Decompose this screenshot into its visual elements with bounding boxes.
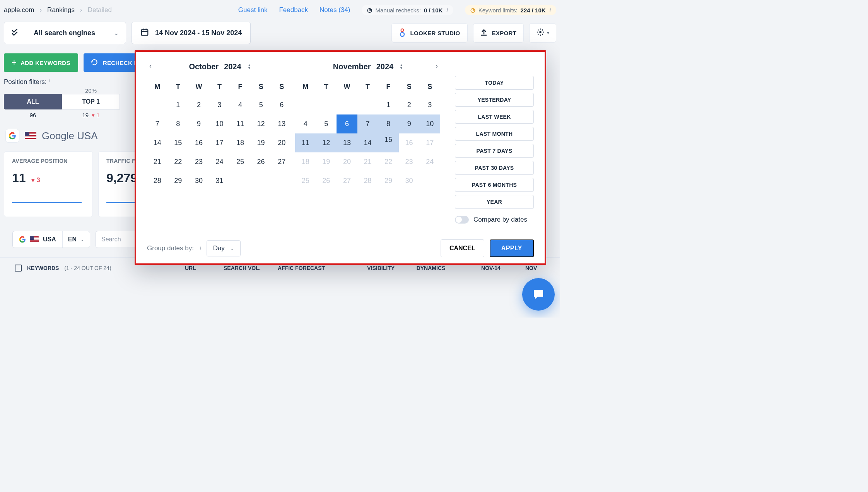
calendar-day-range-start[interactable]: 6 (337, 114, 357, 133)
manual-rechecks-pill[interactable]: ◔ Manual rechecks: 0 / 10K i (362, 5, 453, 15)
calendar-day-disabled: 19 (316, 152, 337, 171)
calendar-day-in-range[interactable]: 10 (419, 114, 440, 133)
col-dynamics[interactable]: DYNAMICS (400, 265, 462, 271)
date-range-button[interactable]: 14 Nov 2024 - 15 Nov 2024 (132, 22, 251, 44)
notes-link[interactable]: Notes (34) (320, 6, 350, 14)
calendar-day[interactable]: 6 (271, 96, 292, 114)
calendar-day-in-range[interactable]: 14 (357, 133, 378, 152)
filter-tab-all[interactable]: ALL 96 (4, 87, 62, 121)
calendar-day[interactable]: 28 (147, 171, 168, 190)
calendar-day[interactable]: 11 (230, 114, 251, 133)
export-button[interactable]: EXPORT (473, 23, 524, 43)
feedback-link[interactable]: Feedback (279, 6, 308, 14)
calendar-day[interactable]: 2 (188, 96, 209, 114)
preset-last-month[interactable]: LAST MONTH (455, 127, 534, 141)
dow: T (168, 78, 189, 96)
preset-yesterday[interactable]: YESTERDAY (455, 93, 534, 107)
search-engine-select[interactable]: All search engines ⌄ (4, 22, 126, 44)
calendar-day[interactable]: 26 (251, 152, 272, 171)
add-keywords-button[interactable]: + ADD KEYWORDS (4, 53, 78, 72)
calendar-day-in-range[interactable]: 9 (399, 114, 420, 133)
month-name[interactable]: November (333, 62, 371, 71)
apply-button[interactable]: APPLY (490, 239, 534, 257)
preset-last-week[interactable]: LAST WEEK (455, 110, 534, 124)
year-spinner-icon[interactable]: ▴▾ (400, 63, 402, 70)
gauge-icon: ◔ (470, 7, 475, 14)
col-nov14[interactable]: NOV-14 (462, 265, 520, 271)
calendar-day[interactable]: 29 (168, 171, 189, 190)
calendar-day[interactable]: 5 (316, 114, 337, 133)
guest-link[interactable]: Guest link (238, 6, 268, 14)
cancel-button[interactable]: CANCEL (441, 239, 484, 257)
calendar-day[interactable]: 14 (147, 133, 168, 152)
calendar-day[interactable]: 7 (147, 114, 168, 133)
preset-past-6-months[interactable]: PAST 6 MONTHS (455, 178, 534, 192)
calendar-day[interactable]: 31 (209, 171, 230, 190)
calendar-day[interactable]: 24 (209, 152, 230, 171)
calendar-day[interactable]: 4 (230, 96, 251, 114)
compare-toggle[interactable] (455, 216, 469, 224)
calendar-day[interactable]: 30 (188, 171, 209, 190)
calendar-day-in-range[interactable]: 8 (378, 114, 399, 133)
preset-year[interactable]: YEAR (455, 195, 534, 209)
next-month-button[interactable]: › (436, 62, 438, 70)
calendar-day[interactable]: 20 (271, 133, 292, 152)
calendar-day[interactable]: 15 (168, 133, 189, 152)
calendar-day[interactable]: 13 (271, 114, 292, 133)
keyword-limits-pill[interactable]: ◔ Keyword limits: 224 / 10K i (465, 5, 556, 15)
breadcrumb-section[interactable]: Rankings (47, 6, 75, 14)
calendar-day[interactable]: 1 (168, 96, 189, 114)
filter-tab-top1[interactable]: 20% TOP 1 19 ▾ 1 (62, 87, 120, 121)
calendar-day[interactable]: 19 (251, 133, 272, 152)
calendar-day[interactable]: 21 (147, 152, 168, 171)
calendar-day[interactable]: 16 (188, 133, 209, 152)
select-all-checkbox[interactable] (15, 265, 22, 272)
dow: T (316, 78, 337, 96)
calendar-day[interactable]: 3 (419, 96, 440, 114)
calendar-day[interactable]: 23 (188, 152, 209, 171)
calendar-day[interactable]: 4 (295, 114, 316, 133)
chat-fab[interactable] (522, 278, 555, 311)
calendar-day[interactable]: 1 (378, 96, 399, 114)
col-searchvol[interactable]: SEARCH VOL. (218, 265, 272, 271)
calendar-day[interactable]: 8 (168, 114, 189, 133)
google-icon (19, 236, 26, 243)
breadcrumb: apple.com › Rankings › Detailed (4, 6, 112, 14)
calendar-day[interactable]: 5 (251, 96, 272, 114)
calendar-day-in-range[interactable]: 7 (357, 114, 378, 133)
settings-button[interactable]: ▾ (529, 23, 556, 43)
breadcrumb-domain[interactable]: apple.com (4, 6, 34, 14)
calendar-day-in-range[interactable]: 13 (337, 133, 357, 152)
calendar-day-in-range[interactable]: 12 (316, 133, 337, 152)
col-visibility[interactable]: VISIBILITY (338, 265, 400, 271)
looker-studio-button[interactable]: LOOKER STUDIO (391, 23, 468, 43)
rechecks-value: 0 / 10K (424, 7, 443, 14)
calendar-day[interactable]: 18 (230, 133, 251, 152)
country-lang-select[interactable]: USA EN ⌄ (12, 231, 90, 248)
calendar-day[interactable]: 9 (188, 114, 209, 133)
calendar-day-in-range[interactable]: 11 (295, 133, 316, 152)
calendar-day[interactable]: 17 (209, 133, 230, 152)
calendar-day[interactable]: 25 (230, 152, 251, 171)
calendar-day[interactable]: 22 (168, 152, 189, 171)
calendar-day[interactable]: 27 (271, 152, 292, 171)
year-spinner-icon[interactable]: ▴▾ (248, 63, 250, 70)
col-keywords[interactable]: KEYWORDS (27, 265, 59, 271)
calendar-day[interactable]: 10 (209, 114, 230, 133)
preset-today[interactable]: TODAY (455, 76, 534, 90)
preset-past-7-days[interactable]: PAST 7 DAYS (455, 144, 534, 158)
group-dates-select[interactable]: Day ⌄ (207, 240, 241, 256)
calendar-day[interactable]: 3 (209, 96, 230, 114)
month-name[interactable]: October (189, 62, 219, 71)
month-year[interactable]: 2024 (224, 62, 241, 71)
calendar-day-range-end[interactable]: 15 (378, 133, 399, 152)
month-year[interactable]: 2024 (376, 62, 394, 71)
col-url[interactable]: URL (179, 265, 218, 271)
col-nov[interactable]: NOV (520, 265, 543, 271)
calendar-day[interactable]: 12 (251, 114, 272, 133)
col-traffic-forecast[interactable]: AFFIC FORECAST (272, 265, 338, 271)
preset-past-30-days[interactable]: PAST 30 DAYS (455, 161, 534, 175)
prev-month-button[interactable]: ‹ (149, 62, 152, 70)
dow: T (209, 78, 230, 96)
calendar-day[interactable]: 2 (399, 96, 420, 114)
